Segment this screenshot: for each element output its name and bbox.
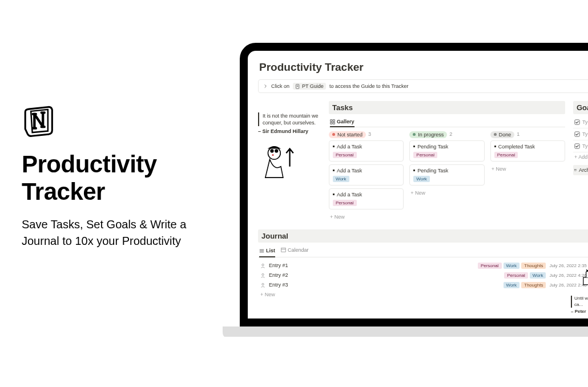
svg-point-6 [272, 154, 273, 156]
tag-work: Work [413, 176, 430, 182]
tag-personal: Personal [413, 152, 437, 158]
checkbox-icon [574, 143, 580, 149]
journal-entry[interactable]: Entry #3 Work Thoughts July 26, 2022 2:4… [258, 280, 588, 290]
person-icon [260, 263, 265, 268]
tag-personal: Personal [494, 152, 518, 158]
page-title: Productivity Tracker [258, 61, 588, 74]
svg-point-23 [262, 273, 264, 275]
goal-item[interactable]: Type [573, 116, 588, 128]
task-card[interactable]: Add a Task Personal [329, 188, 404, 209]
document-icon [295, 84, 300, 89]
journal-section: Journal List Calendar Entry #1 Per [258, 229, 588, 299]
tab-list[interactable]: List [259, 247, 275, 257]
tab-gallery[interactable]: Gallery [330, 119, 355, 127]
tag-personal: Personal [333, 152, 357, 158]
checkbox-icon [574, 119, 580, 125]
svg-rect-15 [574, 169, 577, 170]
task-card[interactable]: Add a Task Personal [329, 140, 404, 162]
journal-header: Journal [258, 229, 588, 243]
board-col-inprogress: In progress2 Pending Task Personal Pendi… [409, 131, 484, 221]
goals-section: Goals Type Type Type + Add Ne [573, 101, 588, 221]
archive-icon [574, 167, 577, 173]
tasks-view-tabs: Gallery [329, 116, 565, 127]
pt-guide-chip[interactable]: PT Guide [293, 83, 326, 90]
journal-entry[interactable]: Entry #2 Personal Work July 26, 2022 4:2… [258, 271, 588, 280]
laptop-base [223, 326, 588, 337]
guide-callout[interactable]: Click on PT Guide to access the Guide to… [258, 79, 588, 93]
illustration-person-icon [258, 140, 304, 180]
goal-item[interactable]: Type [573, 140, 588, 152]
list-icon [259, 248, 264, 253]
svg-point-5 [275, 150, 278, 153]
quote-author: – Sir Edmund Hillary [258, 128, 321, 134]
chevron-right-icon [263, 84, 268, 88]
task-card[interactable]: Add a Task Work [329, 164, 404, 186]
new-journal-button[interactable]: + New [258, 290, 588, 299]
tag-work: Work [504, 263, 520, 269]
add-goal-button[interactable]: + Add Ne [573, 152, 588, 162]
board-col-notstarted: Not started3 Add a Task Personal Add a T… [329, 131, 404, 221]
status-done[interactable]: Done [490, 131, 515, 138]
tag-work: Work [504, 282, 520, 288]
tag-thoughts: Thoughts [521, 282, 546, 288]
goals-header: Goals [573, 101, 588, 114]
calendar-icon [281, 247, 286, 252]
tag-work: Work [333, 176, 349, 182]
laptop-mockup: Productivity Tracker Click on PT Guide t… [240, 43, 588, 337]
new-card-button[interactable]: + New [329, 212, 404, 221]
tag-work: Work [530, 272, 546, 279]
archive-link[interactable]: Archive [573, 165, 588, 175]
svg-point-24 [262, 283, 264, 285]
quote-block-right: Until we ca... – Peter [571, 296, 588, 314]
tasks-header: Tasks [329, 101, 565, 114]
new-card-button[interactable]: + New [490, 164, 565, 174]
svg-rect-10 [333, 122, 335, 124]
notion-logo-icon [22, 103, 210, 140]
svg-point-3 [268, 147, 280, 160]
promo-panel: Productivity Tracker Save Tasks, Set Goa… [22, 103, 210, 249]
svg-point-4 [270, 150, 273, 153]
status-inprogress[interactable]: In progress [409, 131, 447, 138]
board-col-done: Done1 Completed Task Personal + New [490, 131, 565, 221]
promo-subtitle: Save Tasks, Set Goals & Write a Journal … [22, 216, 210, 249]
svg-point-22 [262, 264, 264, 265]
tab-calendar[interactable]: Calendar [281, 247, 309, 255]
journal-view-tabs: List Calendar [258, 245, 588, 257]
checkbox-icon [574, 131, 580, 137]
kanban-board: Not started3 Add a Task Personal Add a T… [329, 131, 565, 221]
svg-rect-7 [331, 119, 332, 121]
new-card-button[interactable]: + New [409, 188, 484, 197]
goal-item[interactable]: Type [573, 128, 588, 140]
person-icon [260, 273, 265, 278]
journal-entry[interactable]: Entry #1 Personal Work Thoughts July 26,… [258, 261, 588, 271]
svg-rect-25 [583, 277, 588, 285]
app-window: Productivity Tracker Click on PT Guide t… [248, 51, 588, 319]
illustration-cat-icon [580, 264, 588, 287]
task-card[interactable]: Pending Task Personal [409, 140, 484, 162]
tag-personal: Personal [333, 200, 357, 206]
svg-rect-20 [281, 248, 286, 252]
promo-title: Productivity Tracker [22, 151, 210, 206]
person-icon [260, 283, 265, 288]
quote-block: It is not the mountain we conquer, but o… [258, 101, 321, 221]
tag-personal: Personal [478, 263, 502, 269]
gallery-icon [330, 119, 335, 124]
tasks-section: Tasks Gallery Not started3 Add a Task [329, 101, 565, 221]
quote-text: It is not the mountain we conquer, but o… [258, 112, 321, 126]
tag-thoughts: Thoughts [521, 263, 546, 269]
status-notstarted[interactable]: Not started [329, 131, 366, 138]
svg-rect-9 [331, 122, 332, 124]
task-card[interactable]: Pending Task Work [409, 164, 484, 186]
svg-rect-8 [333, 119, 335, 121]
task-card[interactable]: Completed Task Personal [490, 140, 565, 162]
tag-personal: Personal [504, 272, 528, 279]
